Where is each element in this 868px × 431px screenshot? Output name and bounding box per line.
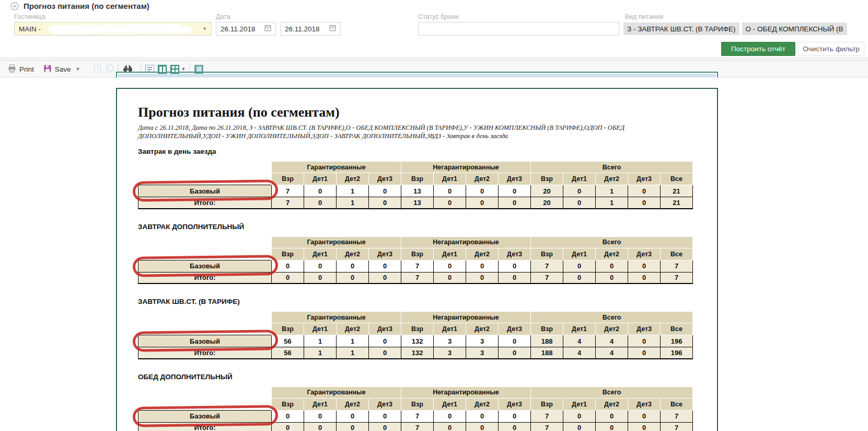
column-header: Дет3 — [499, 173, 531, 185]
value-cell: 7 — [401, 410, 434, 422]
value-cell: 0 — [466, 185, 499, 197]
table-wrapper: ГарантированныеНегарантированныеВсегоВзр… — [138, 236, 696, 285]
total-value-cell: 0 — [434, 272, 466, 283]
total-value-cell: 4 — [563, 347, 596, 359]
column-header: Дет2 — [337, 173, 369, 185]
total-value-cell: 0 — [337, 272, 369, 283]
facing-pages-view-icon[interactable] — [158, 65, 167, 74]
total-value-cell: 7 — [401, 422, 434, 431]
printer-icon — [8, 64, 16, 74]
value-cell: 0 — [563, 185, 596, 197]
total-value-cell: 3 — [434, 347, 466, 359]
clipboard-question-icon[interactable]: ? — [94, 64, 101, 75]
clear-filter-button[interactable]: Очистить фильтр — [798, 42, 864, 56]
panel-divider — [0, 57, 868, 61]
collapse-panel-icon[interactable] — [10, 2, 19, 10]
value-cell: 0 — [499, 410, 531, 422]
panel-title: Прогноз питания (по сегментам) — [24, 2, 149, 10]
column-group-header: Всего — [531, 236, 693, 248]
total-label: Итого: — [138, 347, 272, 359]
total-value-cell: 1 — [337, 197, 369, 209]
meal-type-tagbox[interactable]: З - ЗАВТРАК ШВ.СТ. (В ТАРИФЕ) О - ОБЕД К… — [623, 22, 868, 36]
column-group-header: Гарантированные — [272, 312, 401, 323]
column-header: Дет1 — [304, 323, 337, 335]
value-cell: 0 — [499, 185, 531, 197]
value-cell: 0 — [499, 260, 531, 272]
section-heading: ЗАВТРАК ДОПОЛНИТЕЛЬНЫЙ — [138, 223, 696, 231]
calendar-icon[interactable]: 7 — [329, 25, 336, 33]
report-viewport: Прогноз питания (по сегментам) Дата с 26… — [0, 77, 868, 431]
column-header: Дет1 — [434, 173, 466, 185]
value-cell: 0 — [304, 185, 337, 197]
forecast-table: ГарантированныеНегарантированныеВсегоВзр… — [138, 311, 693, 359]
multi-page-grid-view-icon[interactable] — [170, 65, 179, 74]
total-value-cell: 0 — [369, 197, 401, 209]
fit-page-width-icon[interactable] — [194, 65, 203, 74]
total-label: Итого: — [138, 422, 272, 431]
value-cell: 3 — [434, 335, 466, 347]
total-value-cell: 0 — [304, 422, 337, 431]
value-cell: 188 — [531, 335, 563, 347]
total-value-cell: 196 — [661, 347, 693, 359]
value-cell: 0 — [499, 335, 531, 347]
filter-panel: Прогноз питания (по сегментам) Гостиница… — [0, 0, 868, 57]
total-value-cell: 0 — [337, 422, 369, 431]
value-cell: 1 — [596, 185, 628, 197]
column-header: Взр — [401, 323, 434, 335]
column-header: Взр — [272, 248, 304, 260]
column-header: Дет3 — [369, 248, 401, 260]
view-mode-caret-icon[interactable]: ▼ — [181, 66, 186, 72]
segment-label: Базовый — [138, 260, 272, 272]
hotel-select[interactable]: MAIN - ▼ — [14, 22, 212, 36]
value-cell: 0 — [304, 410, 337, 422]
forecast-table: ГарантированныеНегарантированныеВсегоВзр… — [138, 387, 693, 431]
column-group-header: Гарантированные — [272, 162, 401, 173]
column-header-total: Все — [661, 323, 693, 335]
total-value-cell: 0 — [499, 272, 531, 283]
header-stub — [138, 312, 272, 323]
total-value-cell: 0 — [466, 272, 499, 283]
build-report-button[interactable]: Построить отчёт — [721, 42, 795, 56]
column-group-header: Негарантированные — [401, 236, 531, 248]
table-row: Базовый0000700070007 — [138, 260, 693, 272]
value-cell: 0 — [272, 260, 304, 272]
date-to-field[interactable]: 26.11.2018 7 — [280, 22, 341, 36]
column-header: Дет2 — [337, 398, 369, 410]
column-group-header: Негарантированные — [401, 162, 531, 173]
column-header: Дет1 — [304, 398, 337, 410]
column-group-header: Гарантированные — [272, 387, 401, 398]
segment-label: Базовый — [138, 185, 272, 197]
value-cell: 0 — [337, 260, 369, 272]
value-cell: 0 — [434, 410, 466, 422]
value-cell: 0 — [434, 260, 466, 272]
column-header: Дет3 — [628, 323, 661, 335]
save-button[interactable]: Save ▼ — [43, 64, 80, 74]
column-header: Дет3 — [499, 323, 531, 335]
report-section: Завтрак в день заездаГарантированныеНега… — [138, 148, 696, 209]
column-header: Дет3 — [499, 398, 531, 410]
column-header: Дет2 — [337, 248, 369, 260]
copy-document-icon[interactable] — [106, 64, 114, 75]
print-button[interactable]: Print — [8, 64, 34, 74]
meal-type-chip[interactable]: З - ЗАВТРАК ШВ.СТ. (В ТАРИФЕ) — [623, 22, 739, 35]
date-from-field[interactable]: 26.11.2018 7 — [216, 22, 276, 36]
total-value-cell: 0 — [272, 422, 304, 431]
value-cell: 1 — [337, 185, 369, 197]
column-header-total: Все — [661, 248, 693, 260]
forecast-table: ГарантированныеНегарантированныеВсегоВзр… — [138, 236, 693, 285]
total-value-cell: 0 — [596, 422, 628, 431]
save-dropdown-caret-icon[interactable]: ▼ — [76, 66, 80, 72]
value-cell: 0 — [596, 410, 628, 422]
header-stub — [138, 387, 272, 398]
meal-type-chip[interactable]: О - ОБЕД КОМПЛЕКСНЫЙ (В — [742, 22, 847, 35]
total-value-cell: 0 — [466, 422, 499, 431]
segment-label: Базовый — [138, 335, 272, 347]
booking-status-input[interactable] — [418, 22, 619, 36]
report-title: Прогноз питания (по сегментам) — [138, 105, 696, 120]
total-value-cell: 0 — [466, 197, 499, 209]
header-stub — [138, 323, 272, 335]
calendar-icon[interactable]: 7 — [264, 25, 271, 33]
total-value-cell: 0 — [563, 272, 596, 283]
value-cell: 21 — [661, 185, 693, 197]
value-cell: 0 — [563, 410, 596, 422]
